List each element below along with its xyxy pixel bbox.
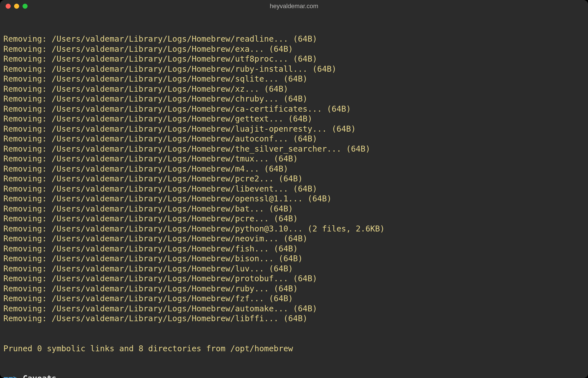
pruned-line: Pruned 0 symbolic links and 8 directorie… [3,344,585,354]
log-line: Removing: /Users/valdemar/Library/Logs/H… [3,54,585,64]
log-line: Removing: /Users/valdemar/Library/Logs/H… [3,164,585,174]
terminal-body[interactable]: Removing: /Users/valdemar/Library/Logs/H… [0,12,588,378]
log-line: Removing: /Users/valdemar/Library/Logs/H… [3,114,585,124]
log-line: Removing: /Users/valdemar/Library/Logs/H… [3,74,585,84]
log-line: Removing: /Users/valdemar/Library/Logs/H… [3,124,585,134]
log-line: Removing: /Users/valdemar/Library/Logs/H… [3,214,585,224]
log-line: Removing: /Users/valdemar/Library/Logs/H… [3,264,585,274]
traffic-lights [6,4,28,9]
log-line: Removing: /Users/valdemar/Library/Logs/H… [3,64,585,74]
log-line: Removing: /Users/valdemar/Library/Logs/H… [3,254,585,264]
caveats-label: Caveats [23,374,57,378]
log-line: Removing: /Users/valdemar/Library/Logs/H… [3,84,585,94]
caveats-header: ==> Caveats [3,374,585,378]
log-line: Removing: /Users/valdemar/Library/Logs/H… [3,174,585,184]
log-line: Removing: /Users/valdemar/Library/Logs/H… [3,304,585,314]
log-line: Removing: /Users/valdemar/Library/Logs/H… [3,314,585,324]
log-line: Removing: /Users/valdemar/Library/Logs/H… [3,244,585,254]
close-icon[interactable] [6,4,11,9]
log-line: Removing: /Users/valdemar/Library/Logs/H… [3,294,585,304]
minimize-icon[interactable] [14,4,19,9]
terminal-window: heyvaldemar.com Removing: /Users/valdema… [0,0,588,378]
log-line: Removing: /Users/valdemar/Library/Logs/H… [3,274,585,284]
log-line: Removing: /Users/valdemar/Library/Logs/H… [3,284,585,294]
log-line: Removing: /Users/valdemar/Library/Logs/H… [3,154,585,164]
log-line: Removing: /Users/valdemar/Library/Logs/H… [3,134,585,144]
log-line: Removing: /Users/valdemar/Library/Logs/H… [3,194,585,204]
titlebar: heyvaldemar.com [0,0,588,12]
log-line: Removing: /Users/valdemar/Library/Logs/H… [3,94,585,104]
log-line: Removing: /Users/valdemar/Library/Logs/H… [3,204,585,214]
log-line: Removing: /Users/valdemar/Library/Logs/H… [3,44,585,54]
log-line: Removing: /Users/valdemar/Library/Logs/H… [3,104,585,114]
log-line: Removing: /Users/valdemar/Library/Logs/H… [3,224,585,234]
log-line: Removing: /Users/valdemar/Library/Logs/H… [3,184,585,194]
log-line: Removing: /Users/valdemar/Library/Logs/H… [3,234,585,244]
log-line: Removing: /Users/valdemar/Library/Logs/H… [3,34,585,44]
window-title: heyvaldemar.com [270,3,318,10]
maximize-icon[interactable] [23,4,28,9]
log-line: Removing: /Users/valdemar/Library/Logs/H… [3,144,585,154]
arrow-icon: ==> [3,374,23,378]
